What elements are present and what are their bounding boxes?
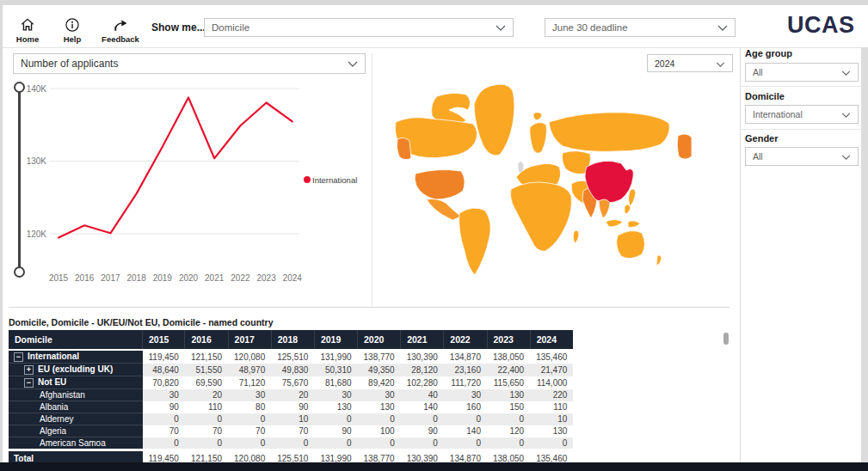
x-axis-tick: 2020 (179, 273, 199, 283)
value-cell: 71,120 (228, 376, 271, 389)
value-cell: 102,280 (401, 376, 444, 389)
deadline-dropdown[interactable]: June 30 deadline (545, 18, 736, 37)
help-button[interactable]: Help (53, 16, 91, 44)
value-cell: 121,150 (185, 350, 228, 364)
map-australia[interactable] (617, 231, 645, 259)
map-japan[interactable] (629, 189, 637, 206)
column-header-year[interactable]: 2016 (185, 330, 228, 350)
collapse-icon[interactable]: − (14, 352, 23, 362)
map-scandinavia[interactable] (530, 123, 547, 154)
map-madagascar[interactable] (573, 230, 579, 243)
column-header-domicile[interactable]: Domicile (9, 330, 143, 350)
value-cell: 49,350 (358, 364, 401, 376)
row-label: Albania (9, 401, 143, 413)
value-cell: 22,400 (487, 364, 530, 376)
map-year-dropdown[interactable]: 2024 (647, 54, 733, 72)
map-iceland[interactable] (533, 113, 542, 120)
column-header-year[interactable]: 2024 (530, 330, 573, 350)
row-label[interactable]: +EU (excluding UK) (9, 364, 143, 376)
column-header-year[interactable]: 2023 (487, 330, 530, 350)
table-header-row: Domicile20152016201720182019202020212022… (9, 330, 573, 350)
deadline-dropdown-value: June 30 deadline (552, 22, 628, 33)
chevron-down-icon (348, 58, 358, 70)
value-cell: 125,510 (271, 350, 314, 364)
value-cell: 89,420 (358, 376, 401, 389)
value-cell: 140 (444, 425, 487, 437)
value-cell: 70 (143, 425, 185, 437)
page-scrollbar[interactable] (861, 47, 868, 462)
value-cell: 70 (228, 425, 271, 437)
value-cell: 110 (185, 401, 228, 413)
column-header-year[interactable]: 2019 (314, 330, 357, 350)
value-cell: 0 (143, 413, 185, 425)
value-cell: 21,470 (530, 364, 573, 376)
sidebar-divider (740, 47, 741, 462)
chevron-down-icon (841, 67, 851, 77)
value-cell: 0 (358, 413, 401, 425)
value-cell: 70 (271, 425, 314, 437)
panel-divider (372, 53, 372, 306)
gender-filter-value: All (753, 151, 763, 162)
feedback-button[interactable]: Feedback (96, 16, 145, 44)
value-cell: 111,720 (444, 376, 487, 389)
column-header-year[interactable]: 2017 (228, 330, 271, 350)
value-cell: 30 (143, 389, 185, 401)
map-southeast-asia[interactable] (599, 199, 610, 218)
map-alaska[interactable] (397, 138, 411, 159)
column-header-year[interactable]: 2022 (444, 330, 487, 350)
value-cell: 140 (401, 401, 444, 413)
map-mexico[interactable] (427, 199, 461, 221)
collapse-icon[interactable]: − (24, 378, 34, 388)
value-cell: 90 (143, 401, 185, 413)
map-greenland[interactable] (474, 84, 514, 156)
column-header-year[interactable]: 2020 (358, 330, 401, 350)
home-button[interactable]: Home (9, 16, 46, 44)
map-russia[interactable] (549, 113, 669, 152)
column-header-year[interactable]: 2015 (143, 330, 185, 350)
metric-dropdown-value: Number of applicants (21, 58, 118, 70)
domicile-filter-value: International (753, 109, 803, 119)
value-cell: 0 (487, 437, 530, 450)
map-south-america[interactable] (459, 208, 491, 275)
legend-label[interactable]: International (312, 175, 357, 185)
value-cell: 138,050 (487, 350, 530, 364)
value-cell: 100 (358, 425, 401, 437)
feedback-label: Feedback (96, 34, 145, 44)
map-africa[interactable] (510, 182, 571, 251)
value-cell: 0 (487, 413, 530, 425)
line-series-international[interactable] (58, 97, 292, 237)
value-cell: 48,970 (228, 364, 271, 376)
x-axis-tick: 2015 (49, 273, 69, 283)
map-new-zealand[interactable] (656, 255, 662, 266)
column-header-year[interactable]: 2018 (271, 330, 314, 350)
map-indonesia[interactable] (606, 220, 623, 228)
value-cell: 130 (487, 389, 530, 401)
row-label[interactable]: −Not EU (9, 376, 143, 389)
chevron-down-icon (717, 22, 728, 33)
value-cell: 138,770 (358, 350, 401, 364)
applicants-line-chart[interactable]: 120K130K140K2015201620172018201920202021… (9, 76, 370, 295)
column-header-year[interactable]: 2021 (401, 330, 444, 350)
map-indonesia-east[interactable] (628, 221, 640, 228)
age-group-filter-dropdown[interactable]: All (745, 63, 859, 82)
gender-filter-dropdown[interactable]: All (745, 147, 859, 166)
map-usa[interactable] (415, 170, 465, 199)
ucas-logo: UCAS (787, 12, 855, 39)
table-scrollbar-thumb[interactable] (723, 333, 729, 345)
value-cell: 0 (358, 437, 401, 450)
domicile-filter-dropdown[interactable]: International (745, 105, 859, 124)
x-axis-tick: 2017 (101, 273, 120, 283)
metric-dropdown[interactable]: Number of applicants (13, 53, 366, 74)
table-row: American Samoa0000000000 (9, 437, 573, 450)
world-map[interactable] (377, 70, 738, 303)
chevron-down-icon (841, 151, 851, 162)
x-axis-tick: 2024 (283, 273, 303, 283)
value-cell: 130 (314, 401, 357, 413)
row-label[interactable]: −International (9, 350, 143, 364)
age-group-filter-value: All (753, 67, 763, 77)
map-russia-far-east[interactable] (677, 134, 692, 159)
show-me-dropdown[interactable]: Domicile (204, 18, 514, 37)
expand-icon[interactable]: + (24, 365, 34, 375)
gender-filter-label: Gender (745, 133, 779, 144)
y-axis-tick: 130K (27, 156, 47, 166)
